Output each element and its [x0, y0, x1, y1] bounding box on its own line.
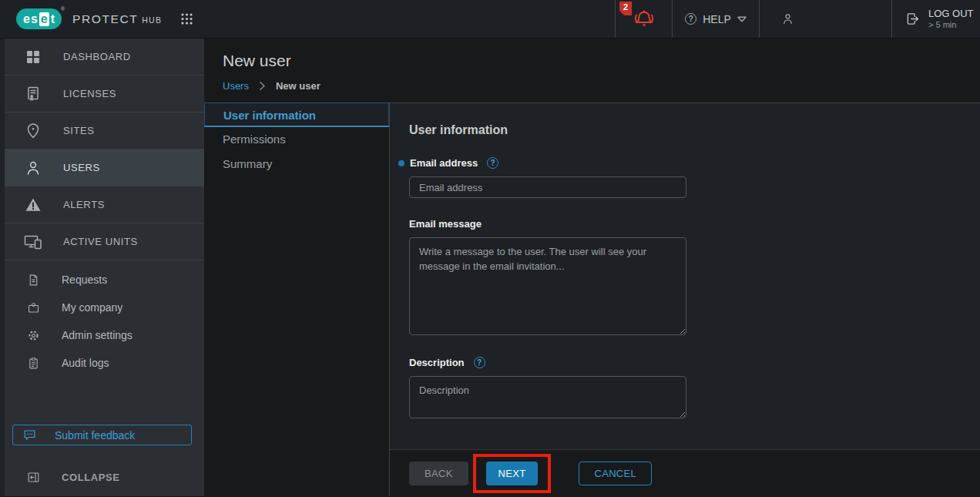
feedback-bubble-icon — [23, 428, 36, 442]
top-bar: e s e t ® PROTECTHUB 2 — [0, 0, 980, 39]
eset-logo: e s e t ® — [16, 8, 62, 29]
page-header: New user Users New user — [204, 39, 980, 102]
bell-icon — [633, 8, 656, 31]
help-label: HELP — [703, 13, 731, 25]
apps-grid-icon — [180, 12, 194, 26]
sidebar-item-requests[interactable]: Requests — [5, 266, 204, 294]
sidebar-item-audit-logs[interactable]: Audit logs — [5, 349, 204, 377]
page-title: New user — [223, 52, 980, 70]
user-information-form: User information Email address ? Email m… — [390, 102, 980, 449]
breadcrumb: Users New user — [223, 80, 980, 92]
sidebar-item-admin-settings[interactable]: Admin settings — [5, 321, 204, 349]
gear-icon — [26, 329, 40, 342]
breadcrumb-chevron-icon — [259, 81, 266, 91]
sidebar-item-my-company[interactable]: My company — [5, 294, 204, 321]
logout-icon — [904, 11, 921, 27]
chevron-down-icon — [737, 16, 747, 22]
logout-button[interactable]: LOG OUT > 5 min — [891, 0, 980, 38]
sidebar-item-licenses[interactable]: LICENSES — [5, 76, 204, 112]
submit-feedback-button[interactable]: Submit feedback — [12, 425, 192, 445]
sidebar-item-dashboard[interactable]: DASHBOARD — [5, 39, 204, 76]
registered-mark: ® — [61, 6, 65, 12]
breadcrumb-users-link[interactable]: Users — [223, 80, 249, 92]
logo-letter: e — [39, 12, 49, 26]
product-name: PROTECTHUB — [72, 12, 162, 26]
users-icon — [23, 159, 43, 177]
license-icon — [23, 85, 43, 103]
description-help-icon[interactable]: ? — [474, 357, 485, 368]
sidebar-item-active-units[interactable]: ACTIVE UNITS — [5, 223, 204, 260]
app-launcher-button[interactable] — [180, 12, 194, 26]
sidebar-item-users[interactable]: USERS — [5, 149, 204, 186]
location-pin-icon — [23, 122, 43, 140]
email-message-label: Email message — [409, 218, 482, 230]
email-message-field[interactable] — [409, 237, 686, 335]
request-document-icon — [26, 274, 40, 287]
required-indicator — [398, 160, 404, 166]
collapse-sidebar-button[interactable]: COLLAPSE — [5, 465, 204, 489]
clipboard-icon — [26, 357, 40, 370]
wizard-steps: User information Permissions Summary — [204, 102, 389, 496]
logout-label: LOG OUT — [928, 8, 974, 19]
step-permissions[interactable]: Permissions — [204, 127, 389, 152]
alert-triangle-icon — [23, 196, 43, 214]
email-address-label: Email address — [410, 157, 478, 169]
brand: e s e t ® PROTECTHUB — [0, 0, 194, 38]
sidebar-item-sites[interactable]: SITES — [5, 112, 204, 149]
logo-letter: t — [51, 13, 55, 25]
main-area: New user Users New user User information… — [204, 39, 980, 496]
description-field[interactable] — [409, 376, 686, 418]
back-button[interactable]: BACK — [409, 462, 468, 485]
logo-letter: s — [31, 13, 38, 25]
help-circle-icon: ? — [685, 13, 696, 25]
wizard-footer: BACK NEXT CANCEL — [390, 449, 980, 496]
sidebar-item-alerts[interactable]: ALERTS — [5, 186, 204, 223]
email-help-icon[interactable]: ? — [487, 157, 498, 169]
account-menu[interactable] — [759, 0, 891, 38]
briefcase-icon — [26, 301, 40, 314]
help-menu[interactable]: ? HELP — [672, 0, 759, 38]
notification-badge: 2 — [619, 2, 632, 15]
breadcrumb-current: New user — [276, 80, 321, 92]
next-button[interactable]: NEXT — [486, 462, 539, 485]
email-address-field[interactable] — [409, 176, 686, 198]
logout-timer: > 5 min — [928, 20, 974, 31]
description-label: Description — [409, 357, 465, 368]
notifications-button[interactable]: 2 — [615, 0, 672, 38]
dashboard-icon — [23, 48, 43, 66]
annotation-highlight-box: NEXT — [473, 454, 552, 493]
cancel-button[interactable]: CANCEL — [579, 462, 652, 485]
collapse-icon — [26, 471, 40, 484]
devices-icon — [23, 233, 43, 251]
user-icon — [780, 12, 795, 26]
form-section-title: User information — [409, 123, 980, 137]
step-user-information[interactable]: User information — [204, 102, 389, 127]
logo-letter: e — [23, 13, 30, 25]
sidebar: DASHBOARD LICENSES SITES — [0, 39, 204, 496]
step-summary[interactable]: Summary — [204, 152, 389, 176]
